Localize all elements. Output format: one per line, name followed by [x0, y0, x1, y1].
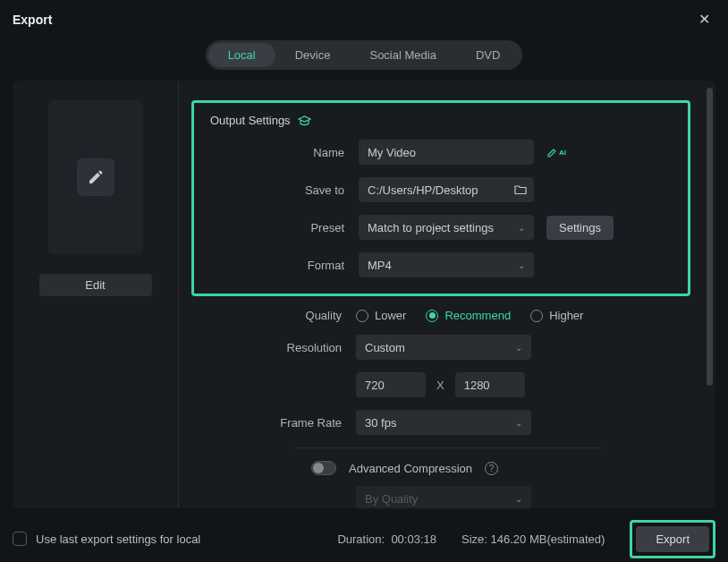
resolution-width-input[interactable]	[356, 372, 426, 397]
quality-label: Quality	[279, 309, 356, 322]
quality-lower-radio[interactable]: Lower	[356, 309, 406, 322]
quality-recommend-radio[interactable]: Recommend	[426, 309, 511, 322]
folder-icon[interactable]	[514, 184, 527, 195]
advanced-compression-label: Advanced Compression	[349, 462, 472, 475]
name-input[interactable]	[359, 140, 534, 165]
resolution-label: Resolution	[279, 341, 356, 354]
saveto-input[interactable]	[359, 177, 534, 202]
tab-local[interactable]: Local	[208, 43, 275, 67]
format-label: Format	[282, 259, 359, 272]
tab-device[interactable]: Device	[275, 43, 351, 67]
framerate-select[interactable]: 30 fps⌄	[356, 410, 531, 435]
preset-label: Preset	[282, 221, 359, 234]
use-last-settings-label: Use last export settings for local	[36, 532, 200, 546]
tab-social-media[interactable]: Social Media	[350, 43, 455, 67]
format-select[interactable]: MP4⌄	[359, 252, 534, 277]
chevron-down-icon: ⌄	[515, 343, 522, 353]
tab-dvd[interactable]: DVD	[456, 43, 520, 67]
window-title: Export	[13, 13, 52, 27]
saveto-label: Save to	[282, 183, 359, 197]
quality-higher-radio[interactable]: Higher	[530, 309, 583, 322]
chevron-down-icon: ⌄	[518, 223, 525, 233]
divider	[293, 447, 603, 448]
output-settings-heading: Output Settings	[210, 114, 672, 127]
output-settings-highlight: Output Settings Name AI Save to	[191, 100, 690, 296]
settings-button[interactable]: Settings	[546, 216, 614, 240]
chevron-down-icon: ⌄	[515, 494, 522, 504]
use-last-settings-checkbox[interactable]	[13, 532, 27, 546]
pencil-icon	[77, 158, 114, 196]
title-bar: Export ✕	[0, 0, 728, 35]
graduation-cap-icon[interactable]	[298, 115, 311, 126]
advanced-compression-toggle[interactable]	[311, 461, 336, 475]
help-icon[interactable]: ?	[485, 462, 498, 475]
quality-radio-group: Lower Recommend Higher	[356, 309, 583, 322]
compression-mode-select: By Quality⌄	[356, 486, 531, 508]
main-panel: Output Settings Name AI Save to	[179, 81, 715, 508]
resolution-height-input[interactable]	[455, 372, 525, 397]
footer-bar: Use last export settings for local Durat…	[0, 515, 728, 562]
framerate-label: Frame Rate	[279, 416, 356, 430]
close-icon[interactable]: ✕	[693, 9, 715, 30]
preview-sidebar: Edit	[13, 81, 179, 508]
export-highlight: Export	[630, 520, 715, 558]
scrollbar[interactable]	[707, 88, 713, 501]
name-label: Name	[282, 146, 359, 159]
resolution-x: X	[436, 379, 444, 392]
duration-info: Duration: 00:03:18	[337, 532, 436, 546]
size-info: Size: 146.20 MB(estimated)	[461, 532, 605, 546]
video-preview	[48, 100, 143, 254]
export-button[interactable]: Export	[636, 526, 709, 552]
chevron-down-icon: ⌄	[515, 418, 522, 428]
ai-edit-icon[interactable]: AI	[546, 147, 566, 158]
edit-button[interactable]: Edit	[39, 274, 152, 296]
chevron-down-icon: ⌄	[518, 260, 525, 270]
tabs-container: Local Device Social Media DVD	[0, 40, 728, 70]
preset-select[interactable]: Match to project settings⌄	[359, 215, 534, 240]
resolution-select[interactable]: Custom⌄	[356, 335, 531, 360]
